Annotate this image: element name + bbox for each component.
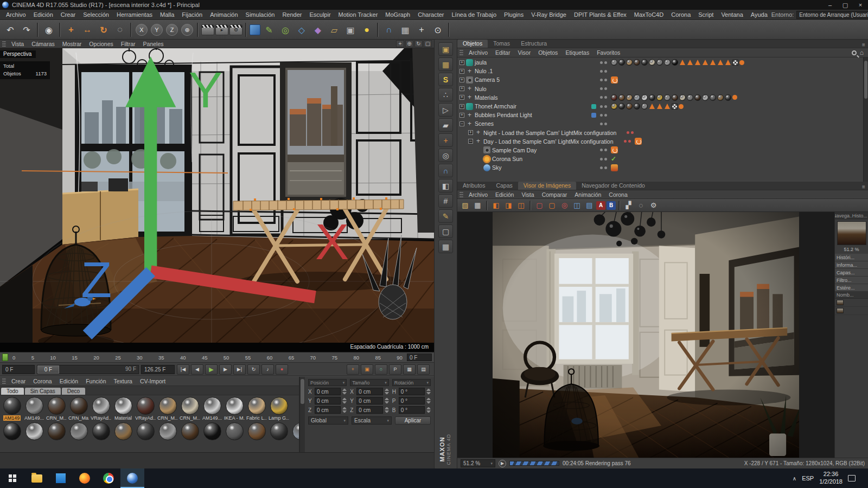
viewport-menu-item[interactable]: Filtrar [117,41,139,47]
live-selection-icon[interactable]: ◉ [41,22,56,37]
material-preview-sphere[interactable] [3,422,21,440]
material-item[interactable] [158,422,177,440]
material-item[interactable]: AM149... [24,397,44,421]
material-item[interactable] [225,422,244,440]
tray-chevron-icon[interactable]: ∧ [793,476,796,481]
material-layer-tab[interactable]: Todo [1,388,24,395]
search-icon[interactable] [852,50,857,55]
material-tag-icon[interactable] [679,94,686,101]
viewport-menu-item[interactable]: Vista [8,41,28,47]
visibility-dots-icon[interactable] [600,166,607,169]
menu-item[interactable]: Motion Tracker [335,10,382,20]
material-item[interactable] [247,422,266,440]
snap-toggle-button[interactable]: ∩ [381,22,397,37]
viewport-canvas[interactable]: Perspectiva Total Objetos1173 Y X Z Espa… [0,48,434,352]
layers-button[interactable]: ▤ [584,200,595,211]
material-item[interactable] [47,422,66,440]
material-tag-icon[interactable] [687,94,693,101]
lock-x-axis-button[interactable]: X [136,24,148,36]
viewer-menu-item[interactable]: Animación [571,191,605,198]
material-preview-sphere[interactable] [70,397,88,415]
visibility-dots-icon[interactable] [600,158,607,160]
stepper-icon[interactable] [342,388,347,395]
panel-grip[interactable] [2,41,6,47]
material-tag-icon[interactable] [611,94,617,101]
menu-item[interactable]: Plugins [500,10,527,20]
visibility-dots-icon[interactable] [600,79,607,81]
stepper-icon[interactable] [385,406,389,414]
expand-icon[interactable] [459,104,464,109]
material-preview-sphere[interactable] [70,422,88,440]
menu-item[interactable]: Character [414,10,448,20]
close-button[interactable]: × [853,0,868,10]
material-item[interactable] [180,422,200,440]
menu-item[interactable]: Ventana [717,10,746,20]
sculpt-icon[interactable]: S [438,73,453,86]
object-tree-row[interactable]: Bubbles Pendant Light [457,111,868,119]
taskbar-clock[interactable]: 22:36 1/2/2018 [819,471,843,486]
add-primitive-button[interactable] [250,24,260,35]
last-tool-icon[interactable]: ◌ [112,22,127,37]
position-field[interactable]: 0 cm [315,406,341,414]
history-item[interactable] [835,307,868,315]
material-tag-icon[interactable] [634,103,640,110]
texture-tag-icon[interactable] [695,60,700,65]
material-tag-icon[interactable] [694,94,701,101]
home-icon[interactable]: ⌂ [860,49,864,56]
sidebar-section-tab[interactable]: Capas... [835,269,868,277]
visibility-dots-icon[interactable] [600,87,607,90]
play-button[interactable]: ▶ [205,364,218,375]
object-tree-row[interactable]: Night - Load the Sample Cam' LightMix co… [457,129,868,137]
goto-start-button[interactable]: |◀ [177,364,189,375]
lower-panel-tab[interactable]: Navegador de Contenido [576,182,650,190]
range-slider-handle[interactable]: 0 F [37,365,59,374]
material-tag-icon[interactable] [626,103,633,110]
cinema4d-taskbar-icon[interactable] [120,468,144,488]
save-image-button[interactable]: ▦ [472,200,483,211]
object-tree-scrollbar[interactable] [863,57,868,182]
goto-end-button[interactable]: ▶| [233,364,246,375]
points-mode-icon[interactable]: ∴ [438,88,453,101]
panel-grip[interactable] [459,49,463,56]
expand-icon[interactable] [459,60,464,65]
normals-icon[interactable]: ◎ [438,149,453,162]
record-position-button[interactable]: + [347,364,359,375]
material-preview-sphere[interactable] [159,397,177,415]
material-tag-icon[interactable] [664,59,671,66]
texture-tag-icon[interactable] [687,60,693,65]
material-preview-sphere[interactable] [92,397,110,415]
uvw-tag-icon[interactable] [672,104,678,110]
material-item[interactable] [291,422,299,440]
pan-viewport-button[interactable]: + [414,22,429,37]
texture-tag-icon[interactable] [725,60,731,65]
material-preview-sphere[interactable] [226,397,244,415]
render-settings-button[interactable]: ⚙ [229,24,242,35]
selection-tag-icon[interactable] [679,104,684,109]
photos-app-icon[interactable] [49,468,73,488]
entorno-select[interactable]: Entorno de Arranque (Usuario) ▾ [796,11,868,19]
material-tag-icon[interactable] [656,59,663,66]
compare-vertical-button[interactable]: ◨ [503,200,514,211]
material-preview-sphere[interactable] [48,422,66,440]
stepper-icon[interactable] [426,397,431,404]
material-preview-sphere[interactable] [248,397,266,415]
zoom-view-icon[interactable]: ⊕ [405,40,413,47]
histogram-button[interactable]: ▞ [623,200,634,211]
target-button[interactable]: ◎ [559,200,570,211]
object-tree-row[interactable]: Materials [457,93,868,102]
object-tree-row[interactable]: Nulo .1 [457,67,868,75]
menu-item[interactable]: Render [278,10,305,20]
material-tag-icon[interactable] [626,94,633,101]
material-tag-icon[interactable] [618,94,625,101]
sidebar-section-tab[interactable]: Históri... [835,254,868,261]
start-button[interactable] [0,468,25,488]
material-preview-sphere[interactable] [181,422,199,440]
lower-panel-tab[interactable]: Capas [490,182,518,190]
size-field[interactable]: 0 cm [356,388,382,395]
timeline-end-field[interactable]: 0 F [407,354,432,361]
notification-center-icon[interactable] [848,475,856,481]
material-menu-item[interactable]: Función [82,378,110,384]
stepper-icon[interactable] [385,397,389,404]
viewport-menu-item[interactable]: Cámaras [28,41,59,47]
texture-tag-icon[interactable] [665,104,670,109]
